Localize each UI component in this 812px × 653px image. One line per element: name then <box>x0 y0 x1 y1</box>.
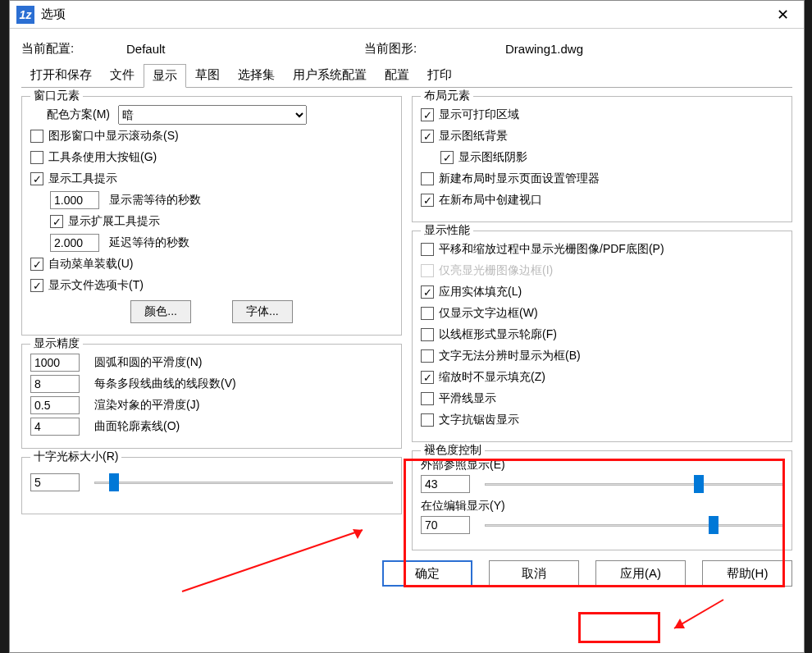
crosshair-slider[interactable] <box>94 474 393 491</box>
print-area-label: 显示可打印区域 <box>439 107 519 122</box>
inplace-value-input[interactable] <box>421 516 470 534</box>
antialias-text-checkbox[interactable] <box>421 413 434 427</box>
inplace-slider-thumb[interactable] <box>709 516 718 534</box>
render-smooth-label: 渲染对象的平滑度(J) <box>94 398 199 413</box>
tab-file[interactable]: 文件 <box>101 63 144 87</box>
app-logo-icon: 1z <box>16 6 34 24</box>
tab-selection[interactable]: 选择集 <box>229 63 284 87</box>
window-title: 选项 <box>41 7 768 22</box>
ok-button[interactable]: 确定 <box>382 560 472 587</box>
paper-shadow-checkbox[interactable] <box>440 151 454 164</box>
degrade-text-label: 文字无法分辨时显示为框(B) <box>439 349 581 363</box>
solid-fill-label: 应用实体填充(L) <box>439 285 522 299</box>
filetab-label: 显示文件选项卡(T) <box>48 278 144 293</box>
scrollbars-checkbox[interactable] <box>30 130 43 143</box>
tooltip-wait-input[interactable] <box>50 191 99 209</box>
solid-fill-checkbox[interactable] <box>421 285 434 299</box>
ext-tooltips-checkbox[interactable] <box>50 215 63 228</box>
degrade-text-checkbox[interactable] <box>421 349 434 363</box>
colorscheme-select[interactable]: 暗 <box>118 105 307 125</box>
autoload-checkbox[interactable] <box>30 258 43 271</box>
paper-bg-checkbox[interactable] <box>421 130 434 143</box>
ext-tooltips-label: 显示扩展工具提示 <box>68 214 160 229</box>
scrollbars-label: 图形窗口中显示滚动条(S) <box>48 129 179 144</box>
inplace-label: 在位编辑显示(Y) <box>421 499 783 514</box>
dialog-buttons: 确定 取消 应用(A) 帮助(H) <box>10 550 804 596</box>
svg-line-2 <box>674 600 723 628</box>
display-accuracy-legend: 显示精度 <box>30 336 83 351</box>
wireframe-checkbox[interactable] <box>421 328 434 341</box>
tab-profile[interactable]: 配置 <box>376 63 418 87</box>
tooltips-checkbox[interactable] <box>30 172 43 185</box>
arrow-to-apply-icon <box>662 596 728 641</box>
highlight-frame-checkbox <box>421 264 434 277</box>
fade-control-group: 褪色度控制 外部参照显示(E) 在位编辑显示(Y) <box>412 450 792 550</box>
titlebar: 1z 选项 ✕ <box>10 1 804 29</box>
antialias-text-label: 文字抗锯齿显示 <box>439 413 519 427</box>
crosshair-slider-thumb[interactable] <box>109 473 119 491</box>
cancel-button[interactable]: 取消 <box>489 560 579 587</box>
polyline-seg-label: 每条多段线曲线的线段数(V) <box>94 377 236 391</box>
polyline-seg-input[interactable] <box>30 375 80 393</box>
surface-contour-input[interactable] <box>30 418 80 436</box>
tab-user-system[interactable]: 用户系统配置 <box>284 63 376 87</box>
close-button[interactable]: ✕ <box>768 3 797 26</box>
profile-info-row: 当前配置: Default 当前图形: Drawing1.dwg <box>21 37 792 60</box>
window-elements-group: 窗口元素 配色方案(M) 暗 图形窗口中显示滚动条(S) 工具条使用大按钮(G)… <box>21 96 402 336</box>
options-dialog: 1z 选项 ✕ 当前配置: Default 当前图形: Drawing1.dwg… <box>9 0 805 653</box>
current-drawing-value: Drawing1.dwg <box>505 42 583 56</box>
wireframe-label: 以线框形式显示轮廓(F) <box>439 327 557 342</box>
crosshair-size-input[interactable] <box>30 473 80 491</box>
large-buttons-label: 工具条使用大按钮(G) <box>48 150 157 165</box>
tab-sketch[interactable]: 草图 <box>186 63 229 87</box>
surface-contour-label: 曲面轮廓素线(O) <box>94 419 180 434</box>
filetab-checkbox[interactable] <box>30 279 43 292</box>
smooth-line-checkbox[interactable] <box>421 392 434 405</box>
autoload-label: 自动菜单装载(U) <box>48 257 133 272</box>
layout-elements-legend: 布局元素 <box>421 89 473 103</box>
colors-button[interactable]: 颜色... <box>130 300 191 323</box>
paper-bg-label: 显示图纸背景 <box>439 129 508 144</box>
svg-marker-3 <box>674 619 685 628</box>
tooltip-wait-label: 显示需等待的秒数 <box>109 193 201 208</box>
paper-shadow-label: 显示图纸阴影 <box>458 150 527 165</box>
no-fill-zoom-checkbox[interactable] <box>421 371 434 384</box>
arc-smooth-label: 圆弧和圆的平滑度(N) <box>94 355 202 370</box>
display-perf-legend: 显示性能 <box>421 223 473 238</box>
current-profile-label: 当前配置: <box>21 41 126 57</box>
render-smooth-input[interactable] <box>30 396 80 414</box>
text-frame-checkbox[interactable] <box>421 307 434 320</box>
xref-slider[interactable] <box>485 476 783 492</box>
display-accuracy-group: 显示精度 圆弧和圆的平滑度(N) 每条多段线曲线的线段数(V) 渲染对象的平滑度… <box>21 344 402 449</box>
pan-zoom-checkbox[interactable] <box>421 243 434 256</box>
fade-control-legend: 褪色度控制 <box>421 443 485 458</box>
xref-slider-thumb[interactable] <box>694 475 704 493</box>
xref-label: 外部参照显示(E) <box>421 458 783 473</box>
viewport-new-checkbox[interactable] <box>421 194 434 207</box>
viewport-new-label: 在新布局中创建视口 <box>439 193 542 208</box>
colorscheme-label: 配色方案(M) <box>47 107 110 122</box>
arc-smooth-input[interactable] <box>30 354 80 372</box>
help-button[interactable]: 帮助(H) <box>702 560 792 587</box>
current-drawing-label: 当前图形: <box>364 41 505 57</box>
print-area-checkbox[interactable] <box>421 108 434 121</box>
crosshair-group: 十字光标大小(R) <box>21 457 402 514</box>
display-perf-group: 显示性能 平移和缩放过程中显示光栅图像/PDF底图(P) 仅亮显光栅图像边框(I… <box>412 231 792 442</box>
xref-value-input[interactable] <box>421 475 470 493</box>
tooltip-delay-label: 延迟等待的秒数 <box>109 235 189 250</box>
tab-print[interactable]: 打印 <box>418 63 461 87</box>
large-buttons-checkbox[interactable] <box>30 151 43 164</box>
tab-display[interactable]: 显示 <box>144 64 186 88</box>
fonts-button[interactable]: 字体... <box>232 300 293 323</box>
tooltips-label: 显示工具提示 <box>48 171 117 186</box>
layout-elements-group: 布局元素 显示可打印区域 显示图纸背景 显示图纸阴影 新建布局时显示页面设置管理… <box>412 96 792 222</box>
text-frame-label: 仅显示文字边框(W) <box>439 306 538 321</box>
tab-open-save[interactable]: 打开和保存 <box>21 63 101 87</box>
highlight-frame-label: 仅亮显光栅图像边框(I) <box>439 263 553 278</box>
tooltip-delay-input[interactable] <box>50 234 99 252</box>
crosshair-legend: 十字光标大小(R) <box>30 450 121 464</box>
inplace-slider[interactable] <box>485 517 783 533</box>
pan-zoom-label: 平移和缩放过程中显示光栅图像/PDF底图(P) <box>439 242 664 257</box>
apply-button[interactable]: 应用(A) <box>595 560 686 587</box>
new-layout-pagesetup-checkbox[interactable] <box>421 172 434 185</box>
